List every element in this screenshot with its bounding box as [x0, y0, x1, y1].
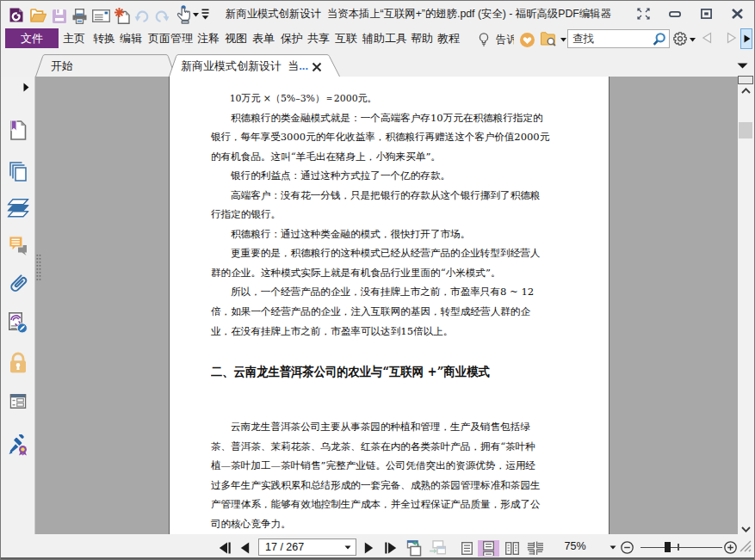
zoom-in-button[interactable] — [724, 541, 737, 554]
text-line: 积德粮行：通过这种类金融的模式，很快打开了市场。 — [211, 225, 549, 244]
sidebar-resize-handle[interactable] — [36, 254, 41, 281]
menu-item-share[interactable]: 共享 — [307, 27, 330, 51]
page-number-dropdown-icon[interactable] — [344, 545, 351, 550]
foxit-pdf-editor-window: 新商业模式创新设计 当资本插上“互联网+”的翅膀.pdf (安全) - 福昕高级… — [0, 0, 755, 560]
search-folder-dropdown-icon[interactable] — [560, 38, 566, 42]
hand-tool-dropdown-icon[interactable] — [193, 13, 199, 17]
ribbon-next-icon[interactable] — [727, 32, 737, 44]
expand-panel-button[interactable] — [740, 28, 752, 49]
menu-item-tutorial[interactable]: 教程 — [437, 27, 460, 51]
customize-quick-access-icon[interactable] — [201, 9, 209, 20]
last-page-button[interactable] — [385, 542, 397, 554]
restore-button[interactable] — [701, 9, 712, 19]
menu-item-accessibility[interactable]: 辅助工具 — [362, 27, 407, 51]
settings-gear-icon[interactable] — [673, 32, 687, 46]
digital-signatures-panel-icon[interactable] — [9, 312, 28, 334]
next-view-button[interactable] — [429, 540, 446, 557]
menu-item-protect[interactable]: 保护 — [281, 27, 303, 51]
window-title-text: 新商业模式创新设计 当资本插上“互联网+”的翅膀.pdf (安全) - 福昕高级… — [226, 1, 611, 27]
page-number-value[interactable]: 17 / 267 — [265, 539, 304, 555]
zoom-out-button[interactable] — [621, 541, 634, 554]
text-line: 10万元 ×（5%–3%）＝2000元。 — [211, 89, 529, 108]
new-from-blank-icon[interactable] — [114, 8, 130, 24]
ribbon-prev-icon[interactable] — [702, 32, 712, 44]
previous-page-button[interactable] — [240, 542, 250, 554]
text-line: 更重要的是，积德粮行的这种模式已经从经营产品的企业转型到经营人 — [211, 243, 549, 263]
fields-panel-icon[interactable] — [9, 394, 26, 409]
menu-item-edit[interactable]: 编辑 — [120, 27, 142, 51]
tab-document-title-text: 新商业模式创新设计 当 — [181, 59, 299, 72]
titlebar: 新商业模式创新设计 当资本插上“互联网+”的翅膀.pdf (安全) - 福昕高级… — [1, 1, 754, 27]
close-button[interactable] — [732, 9, 743, 19]
print-icon[interactable] — [72, 9, 87, 24]
collapse-toolbar-icon[interactable] — [637, 8, 650, 20]
resize-grip[interactable] — [740, 540, 752, 553]
facing-view-button[interactable] — [505, 542, 519, 555]
bookmarks-panel-icon[interactable] — [9, 120, 27, 140]
continuous-facing-view-button[interactable] — [527, 541, 544, 556]
tab-start[interactable]: 开始 — [35, 54, 176, 77]
tab-document[interactable]: 新商业模式创新设计 当... — [169, 54, 341, 77]
search-folder-icon[interactable] — [541, 32, 557, 46]
menu-item-comment[interactable]: 注释 — [197, 27, 220, 51]
continuous-view-button[interactable] — [478, 540, 499, 557]
lightbulb-icon[interactable] — [479, 33, 489, 46]
security-panel-icon[interactable] — [9, 352, 27, 373]
document-workspace: 10万元 ×（5%–3%）＝2000元。 积德粮行的类金融模式就是：一个高端客户… — [1, 77, 754, 534]
file-menu-button[interactable]: 文件 — [5, 28, 59, 48]
next-page-button[interactable] — [364, 542, 374, 554]
navigation-sidebar — [1, 77, 35, 534]
attachments-panel-icon[interactable] — [8, 274, 28, 295]
tab-list-dropdown-icon[interactable] — [737, 63, 748, 69]
first-page-button[interactable] — [219, 542, 231, 554]
zoom-slider-track[interactable] — [641, 547, 722, 549]
scroll-down-icon[interactable] — [741, 526, 751, 532]
scrollbar-split-box[interactable] — [738, 76, 753, 84]
tab-start-label[interactable]: 开始 — [51, 58, 73, 74]
zoom-slider-100-tick — [678, 544, 679, 551]
tab-close-icon[interactable] — [312, 62, 322, 72]
text-line: 云南龙生普洱茶公司主要从事茶园的种植和管理，生产及销售包括绿 — [211, 417, 549, 437]
tabbar: 开始 新商业模式创新设计 当... — [1, 51, 754, 77]
menu-item-organize[interactable]: 页面管理 — [148, 27, 193, 51]
statusbar: 17 / 267 — [1, 534, 754, 559]
menu-item-form[interactable]: 表单 — [252, 27, 275, 51]
pdf-page[interactable]: 10万元 ×（5%–3%）＝2000元。 积德粮行的类金融模式就是：一个高端客户… — [169, 77, 610, 534]
find-search-box[interactable] — [567, 29, 670, 48]
favorite-heart-icon[interactable] — [520, 33, 535, 47]
menu-item-convert[interactable]: 转换 — [93, 27, 115, 51]
settings-dropdown-icon[interactable] — [690, 38, 696, 42]
zoom-slider-thumb[interactable] — [665, 542, 671, 552]
menubar: 文件 主页 转换 编辑 页面管理 注释 视图 表单 保护 共享 互联 辅助工具 … — [1, 27, 754, 51]
page-number-box[interactable]: 17 / 267 — [258, 538, 356, 556]
open-file-icon[interactable] — [30, 9, 46, 22]
scroll-up-icon[interactable] — [741, 88, 751, 94]
text-line: 群的企业。这种模式实际上就是有机食品行业里面的“小米模式”。 — [211, 263, 549, 283]
previous-view-button[interactable] — [405, 540, 422, 557]
comments-panel-icon[interactable] — [9, 236, 28, 258]
undo-icon[interactable] — [134, 9, 149, 23]
menu-item-help[interactable]: 帮助 — [411, 27, 433, 51]
menu-item-home[interactable]: 主页 — [63, 27, 85, 51]
menu-item-connect[interactable]: 互联 — [335, 27, 357, 51]
redo-icon[interactable] — [155, 9, 170, 23]
zoom-value[interactable]: 75% — [557, 534, 593, 559]
certify-sign-panel-icon[interactable] — [8, 434, 28, 456]
tab-document-label[interactable]: 新商业模式创新设计 当... — [181, 58, 308, 74]
tell-me-label[interactable]: 告诉我您想要做什么... — [496, 34, 514, 46]
hand-tool-icon[interactable] — [176, 5, 192, 24]
single-page-view-button[interactable] — [461, 542, 473, 555]
zoom-dropdown-icon[interactable] — [610, 545, 616, 550]
menu-item-view[interactable]: 视图 — [225, 27, 247, 51]
email-icon[interactable] — [92, 9, 110, 22]
section-heading: 二、云南龙生普洱茶公司的农业与“互联网 +”商业模式 — [211, 360, 519, 383]
find-search-input[interactable] — [572, 31, 652, 46]
find-magnifier-icon[interactable] — [653, 33, 666, 46]
foxit-logo-icon — [9, 8, 23, 22]
minimize-button[interactable] — [669, 11, 681, 17]
page-thumbnails-panel-icon[interactable] — [9, 162, 27, 182]
save-icon[interactable] — [53, 9, 66, 23]
scrollbar-thumb[interactable] — [739, 122, 752, 138]
sidebar-expand-icon[interactable] — [23, 83, 29, 92]
layers-panel-icon[interactable] — [7, 199, 28, 218]
